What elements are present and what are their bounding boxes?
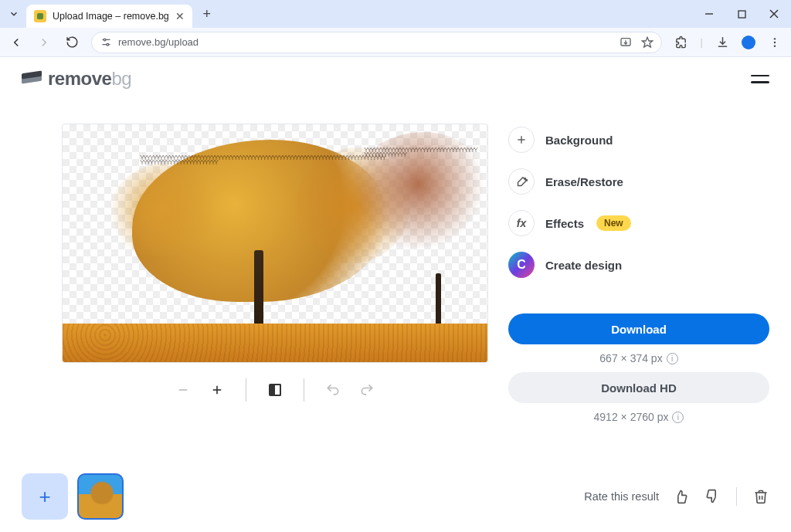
create-design-tool[interactable]: C Create design [508,252,769,278]
footer: + Rate this result [0,464,791,532]
add-image-button[interactable]: + [22,473,68,520]
favicon-icon [34,10,46,22]
svg-point-19 [524,178,525,179]
address-bar[interactable]: remove.bg/upload [91,32,662,53]
tool-label: Create design [545,259,622,272]
tab-search-button[interactable] [6,6,22,22]
erase-restore-tool[interactable]: Erase/Restore [508,168,769,195]
tool-label: Effects [545,217,584,230]
download-area: Download 667 × 374 px i Download HD 4912… [508,313,769,423]
bookmark-icon[interactable] [641,36,654,49]
canvas-toolbar [62,378,488,402]
zoom-out-button[interactable] [173,380,193,400]
download-button[interactable]: Download [508,313,769,344]
tool-label: Background [545,134,613,147]
new-tab-button[interactable]: + [197,4,217,24]
rate-label: Rate this result [584,490,659,503]
info-icon[interactable]: i [667,353,678,364]
tool-label: Erase/Restore [545,175,623,188]
delete-button[interactable] [752,488,769,505]
svg-point-20 [526,179,527,180]
result-image-art: Y Y Y Y Y Y Y Y Y Y Y Y Y Y Y Y Y Y Y Y … [63,124,487,362]
svg-point-11 [774,38,776,39]
tab-title: Upload Image – remove.bg [53,11,169,22]
minimize-button[interactable] [701,6,717,22]
maximize-button[interactable] [734,6,749,22]
separator [736,487,737,506]
rate-area: Rate this result [584,487,769,506]
extensions-icon[interactable] [673,34,690,51]
back-button[interactable] [8,34,25,51]
site-settings-icon[interactable] [100,36,112,49]
svg-marker-10 [642,37,652,47]
logo-mark-icon [22,70,42,87]
logo-text: removebg [48,68,131,90]
svg-point-7 [107,43,109,46]
svg-point-12 [774,41,776,42]
address-url: remove.bg/upload [118,36,199,48]
reload-button[interactable] [63,34,80,51]
svg-rect-1 [738,11,745,18]
info-icon[interactable]: i [672,412,684,423]
downloads-icon[interactable] [714,34,731,51]
compare-button[interactable] [265,380,285,400]
forward-button[interactable] [36,34,53,51]
main-content: Y Y Y Y Y Y Y Y Y Y Y Y Y Y Y Y Y Y Y Y … [0,100,791,423]
zoom-in-button[interactable] [207,380,227,400]
canvas-column: Y Y Y Y Y Y Y Y Y Y Y Y Y Y Y Y Y Y Y Y … [62,124,488,423]
site-logo[interactable]: removebg [22,68,131,90]
browser-tab[interactable]: Upload Image – remove.bg ✕ [26,5,192,28]
fx-icon: fx [508,210,535,236]
toolbar-separator [304,378,304,402]
profile-avatar[interactable] [742,36,755,49]
download-hd-dimensions: 4912 × 2760 px i [508,411,769,423]
browser-toolbar: remove.bg/upload | [0,28,791,57]
redo-button[interactable] [357,380,377,400]
thumbnail-strip: + [22,473,124,520]
thumbs-up-button[interactable] [673,488,690,505]
close-window-button[interactable] [766,6,782,22]
canva-icon: C [508,252,535,278]
result-image[interactable]: Y Y Y Y Y Y Y Y Y Y Y Y Y Y Y Y Y Y Y Y … [62,124,488,363]
thumbs-down-button[interactable] [704,488,721,505]
svg-point-13 [774,45,776,46]
window-controls [701,6,785,22]
effects-tool[interactable]: fx Effects New [508,210,769,236]
plus-icon [508,127,535,153]
background-tool[interactable]: Background [508,127,769,153]
tab-close-button[interactable]: ✕ [175,11,185,22]
toolbar-separator [246,378,246,402]
svg-point-6 [104,39,106,41]
menu-button[interactable] [751,75,769,83]
download-hd-button[interactable]: Download HD [508,372,769,403]
new-badge: New [596,215,631,231]
undo-button[interactable] [323,380,343,400]
browser-tab-strip: Upload Image – remove.bg ✕ + [0,0,791,28]
download-dimensions: 667 × 374 px i [508,352,769,364]
install-app-icon[interactable] [620,36,632,49]
tool-list: Background Erase/Restore fx Effects New … [508,127,769,278]
side-panel: Background Erase/Restore fx Effects New … [508,124,769,423]
brush-icon [508,168,535,195]
site-header: removebg [0,57,791,100]
browser-menu-icon[interactable] [766,34,783,51]
image-thumbnail[interactable] [77,473,124,520]
